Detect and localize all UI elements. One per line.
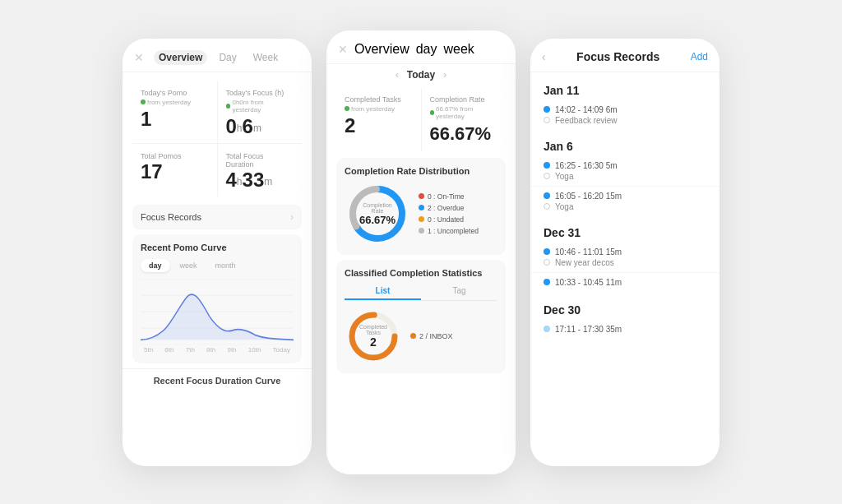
record-time: 16:25 - 16:30 5m <box>555 161 618 170</box>
record-name: New year decos <box>555 258 614 267</box>
inbox-legend: 2 / INBOX <box>410 332 453 340</box>
current-date-label: Today <box>407 69 435 81</box>
record-time: 16:05 - 16:20 15m <box>555 192 622 201</box>
chart-x-labels: 5th 6th 7th 8th 9th 10th Today <box>141 344 294 355</box>
day-card: ✕ Overview day week ‹ Today › Completed … <box>326 30 516 474</box>
chart-tab-day[interactable]: day <box>141 259 170 272</box>
focus-records-row[interactable]: Focus Records › <box>132 205 302 229</box>
next-date-icon[interactable]: › <box>443 69 446 81</box>
stat-label-focus: Today's Focus (h) <box>226 89 294 97</box>
overview-card: ✕ Overview Day Week Today's Pomo from ye… <box>123 39 312 466</box>
completion-rate-distribution: Completion Rate Distribution Completion … <box>336 158 506 255</box>
record-time: 10:33 - 10:45 11m <box>555 278 622 287</box>
date-group-dec31: Dec 31 10:46 - 11:01 15m New year decos … <box>530 220 719 294</box>
legend-dot-uncompleted <box>419 228 424 234</box>
completed-tasks-value: 2 <box>345 116 413 136</box>
focus-records-title: Focus Records <box>576 50 659 63</box>
date-header-jan6: Jan 6 <box>530 133 719 156</box>
stat-todays-pomo: Today's Pomo from yesterday 1 <box>132 81 217 143</box>
donut-title: Completion Rate Distribution <box>345 166 497 176</box>
chart-tabs: day week month <box>141 259 294 272</box>
tab-day[interactable]: Day <box>214 50 241 65</box>
today-stats-grid: Completed Tasks from yesterday 2 Complet… <box>336 89 506 151</box>
inbox-legend-dot <box>410 333 416 339</box>
mid-tab-day[interactable]: day <box>416 42 437 57</box>
legend-label-uncompleted: 1 : Uncompleted <box>428 227 479 235</box>
record-item: 10:33 - 10:45 11m <box>530 273 719 294</box>
record-item: 10:46 - 11:01 15m New year decos <box>530 243 719 273</box>
stat-sub-pomo: from yesterday <box>141 99 209 106</box>
focus-records-card: ‹ Focus Records Add Jan 11 14:02 - 14:09… <box>530 39 719 466</box>
add-button[interactable]: Add <box>691 51 708 62</box>
legend-dot-ontime <box>419 193 424 199</box>
bottom-label: Recent Focus Duration Curve <box>123 368 312 392</box>
records-list: Jan 11 14:02 - 14:09 6m Feedback review … <box>530 72 719 460</box>
stat-total-focus: Total Focus Duration 4h33m <box>218 144 303 197</box>
chart-tab-week[interactable]: week <box>172 259 206 272</box>
tab-week[interactable]: Week <box>248 50 283 65</box>
mid-top-nav: ✕ Overview day week <box>326 30 516 64</box>
pomo-curve-section: Recent Pomo Curve day week month <box>132 234 302 363</box>
x-label-6th: 6th <box>164 346 173 354</box>
stat-total-pomos: Total Pomos 17 <box>132 144 217 197</box>
dot-green-focus <box>226 104 231 109</box>
record-dot <box>544 106 550 113</box>
donut-center-label: Completion Rate <box>359 201 396 213</box>
legend-undated: 0 : Undated <box>419 215 479 224</box>
back-icon[interactable]: ‹ <box>542 50 546 63</box>
record-name: Feedback review <box>555 116 618 125</box>
mid-tab-week[interactable]: week <box>443 42 474 57</box>
date-header-jan11: Jan 11 <box>530 77 719 100</box>
completion-rate-label: Completion Rate <box>430 95 498 104</box>
completed-tasks-sub: from yesterday <box>345 105 413 113</box>
stat-value-focus: 0h6m <box>226 117 294 136</box>
x-label-today: Today <box>273 346 290 354</box>
small-donut-center: Completed Tasks 2 <box>359 324 388 349</box>
legend-dot-overdue <box>419 205 424 210</box>
completion-rate-sub: 66.67% from yesterday <box>430 105 498 120</box>
focus-records-label: Focus Records <box>141 212 201 222</box>
lt-tab-tag[interactable]: Tag <box>421 283 497 300</box>
small-donut-chart: Completed Tasks 2 <box>345 307 402 365</box>
chart-title: Recent Pomo Curve <box>141 243 294 252</box>
classified-content: Completed Tasks 2 2 / INBOX <box>345 307 497 365</box>
tab-overview[interactable]: Overview <box>154 50 207 65</box>
dot-green <box>141 99 146 104</box>
record-item: 16:05 - 16:20 15m Yoga <box>530 187 719 216</box>
x-label-5th: 5th <box>144 346 153 354</box>
legend-dot-undated <box>419 216 424 222</box>
mid-close-icon[interactable]: ✕ <box>338 43 348 56</box>
record-name-icon <box>544 203 550 210</box>
legend-overdue: 2 : Overdue <box>419 204 479 212</box>
stat-label-total-focus: Total Focus Duration <box>226 152 294 169</box>
completion-rate-cell: Completion Rate 66.67% from yesterday 66… <box>422 89 507 151</box>
stat-value-total-focus: 4h33m <box>226 170 294 190</box>
record-item: 17:11 - 17:30 35m <box>530 320 719 340</box>
sd-val: 2 <box>359 335 388 349</box>
stat-sub-focus: 0h0m from yesterday <box>226 99 294 113</box>
record-name: Yoga <box>555 202 573 211</box>
x-label-10th: 10th <box>248 346 261 354</box>
mid-tab-overview[interactable]: Overview <box>354 42 409 57</box>
record-dot <box>544 162 550 169</box>
record-name: Yoga <box>555 172 573 181</box>
stat-value-pomo: 1 <box>141 109 209 129</box>
close-icon[interactable]: ✕ <box>134 51 144 64</box>
stat-value-total-pomos: 17 <box>141 162 209 182</box>
record-dot <box>544 326 550 332</box>
completed-tasks-label: Completed Tasks <box>345 95 413 104</box>
lt-tab-list[interactable]: List <box>345 283 421 300</box>
stats-grid: Today's Pomo from yesterday 1 Today's Fo… <box>132 81 302 197</box>
dot-green-cr <box>430 110 434 115</box>
legend-label-undated: 0 : Undated <box>428 215 464 224</box>
record-name-icon <box>544 173 550 179</box>
completed-tasks-cell: Completed Tasks from yesterday 2 <box>336 89 421 151</box>
legend-label-overdue: 2 : Overdue <box>428 204 464 212</box>
chart-tab-month[interactable]: month <box>207 259 244 272</box>
prev-date-icon[interactable]: ‹ <box>396 69 399 81</box>
date-group-jan6: Jan 6 16:25 - 16:30 5m Yoga 16:05 - 16:2… <box>530 133 719 216</box>
donut-center-value: 66.67% <box>359 213 396 225</box>
completion-rate-value: 66.67% <box>430 123 498 145</box>
record-time: 10:46 - 11:01 15m <box>555 247 622 257</box>
record-name-icon <box>544 259 550 266</box>
